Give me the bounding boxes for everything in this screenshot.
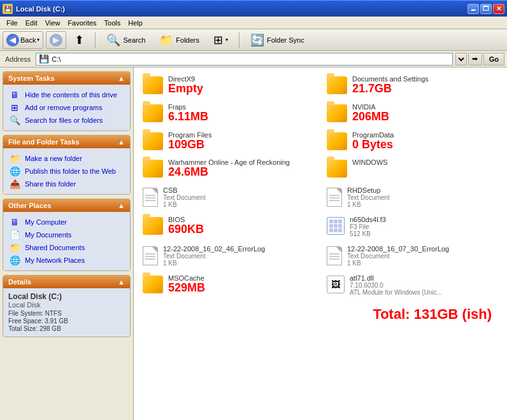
forward-button[interactable]: ▶	[46, 31, 66, 49]
file-item-program-files[interactable]: Program Files 109GB	[139, 129, 318, 154]
panel-item-my-computer[interactable]: 🖥 My Computer	[6, 216, 127, 228]
left-panel: System Tasks ▲ 🖥 Hide the contents of th…	[0, 67, 134, 420]
folder-icon	[327, 76, 347, 94]
file-info: Documents and Settings 21.7GB	[352, 75, 498, 95]
system-tasks-section: System Tasks ▲ 🖥 Hide the contents of th…	[3, 71, 131, 131]
file-info: MSOCache 529MB	[168, 274, 314, 295]
doc-icon	[327, 246, 342, 265]
details-total-size: Total Size: 298 GB	[8, 325, 125, 332]
file-info: 12-22-2008_16_02_46_ErrorLog Text Docume…	[163, 245, 314, 267]
file-item-windows[interactable]: WINDOWS	[323, 156, 502, 181]
file-item-programdata[interactable]: ProgramData 0 Bytes	[323, 129, 502, 154]
search-icon: 🔍	[106, 33, 120, 47]
menu-tools[interactable]: Tools	[101, 18, 125, 28]
add-remove-icon: ⊞	[8, 102, 21, 113]
folder-icon	[143, 217, 163, 235]
back-button[interactable]: ◀ Back ▾	[3, 31, 43, 49]
close-button[interactable]: ✕	[493, 4, 504, 14]
window-title: Local Disk (C:)	[16, 5, 65, 13]
file-item-nvidia[interactable]: NVIDIA 206MB	[323, 101, 502, 126]
folders-button[interactable]: 📁 Folders	[154, 31, 205, 50]
folder-sync-button[interactable]: 🔄 Folder Sync	[245, 31, 310, 50]
doc-icon	[327, 188, 342, 207]
forward-icon: ▶	[50, 34, 62, 46]
file-info: NVIDIA 206MB	[352, 103, 498, 123]
panel-item-new-folder[interactable]: 📁 Make a new folder	[6, 152, 127, 165]
file-item-errorlog2[interactable]: 12-22-2008_16_07_30_ErrorLog Text Docume…	[323, 242, 502, 269]
folder-icon	[143, 276, 163, 293]
shared-documents-label: Shared Documents	[25, 244, 85, 251]
file-item-atl71dll[interactable]: 🖼 atl71.dll 7.10.6030.0 ATL Module for W…	[323, 272, 502, 298]
f3-icon	[327, 217, 345, 235]
system-tasks-header[interactable]: System Tasks ▲	[3, 72, 130, 85]
panel-item-search[interactable]: 🔍 Search for files or folders	[6, 114, 127, 127]
details-filesystem: File System: NTFS	[8, 310, 125, 317]
file-grid: DirectX9 Empty Documents and Settings 21…	[139, 73, 502, 328]
panel-item-my-documents[interactable]: 📄 My Documents	[6, 228, 127, 241]
file-item-csb[interactable]: CSB Text Document 1 KB	[139, 184, 318, 211]
file-item-fraps[interactable]: Fraps 6.11MB	[139, 101, 318, 126]
address-bar: Address 💾 C:\ ▼ ➡ Go	[0, 51, 507, 67]
panel-item-hide-contents[interactable]: 🖥 Hide the contents of this drive	[6, 88, 127, 101]
address-dropdown[interactable]: ▼	[455, 53, 467, 66]
other-places-content: 🖥 My Computer 📄 My Documents 📁 Shared Do…	[3, 212, 130, 270]
folder-icon	[327, 160, 347, 178]
search-files-icon: 🔍	[8, 115, 21, 125]
address-forward-icon: ➡	[468, 53, 482, 66]
menu-bar: File Edit View Favorites Tools Help	[0, 17, 507, 29]
file-item-warhammer[interactable]: Warhammer Online - Age of Reckoning 24.6…	[139, 156, 318, 181]
file-item-msocache[interactable]: MSOCache 529MB	[139, 272, 318, 298]
folder-icon	[143, 160, 163, 178]
address-value[interactable]: C:\	[52, 55, 61, 63]
maximize-button[interactable]: 🗖	[480, 4, 492, 14]
panel-item-shared-documents[interactable]: 📁 Shared Documents	[6, 241, 127, 254]
details-subtitle: Local Disk	[8, 301, 125, 309]
publish-web-icon: 🌐	[8, 166, 21, 176]
system-tasks-content: 🖥 Hide the contents of this drive ⊞ Add …	[3, 85, 130, 130]
file-item-bios[interactable]: BIOS 690KB	[139, 213, 318, 240]
menu-edit[interactable]: Edit	[22, 18, 41, 28]
folders-icon: 📁	[159, 33, 173, 47]
file-info: DirectX9 Empty	[168, 75, 314, 95]
window-controls: 🗕 🗖 ✕	[468, 4, 504, 14]
go-button[interactable]: Go	[483, 53, 504, 66]
toolbar: ◀ Back ▾ ▶ ⬆ 🔍 Search 📁 Folders ⊞ ▾ 🔄 Fo…	[0, 29, 507, 51]
other-places-header[interactable]: Other Places ▲	[3, 199, 130, 212]
file-info: Warhammer Online - Age of Reckoning 24.6…	[168, 158, 314, 179]
details-title: Local Disk (C:)	[8, 292, 125, 301]
details-free-space: Free Space: 3.91 GB	[8, 318, 125, 325]
file-info: WINDOWS	[352, 158, 498, 166]
doc-icon	[143, 246, 158, 265]
details-header[interactable]: Details ▲	[3, 276, 130, 288]
panel-item-publish-web[interactable]: 🌐 Publish this folder to the Web	[6, 165, 127, 178]
details-section: Details ▲ Local Disk (C:) Local Disk Fil…	[3, 275, 131, 337]
menu-view[interactable]: View	[41, 18, 64, 28]
doc-icon	[143, 188, 158, 207]
folder-icon	[143, 132, 163, 150]
share-folder-icon: 📤	[8, 179, 21, 189]
file-folder-tasks-header[interactable]: File and Folder Tasks ▲	[3, 136, 130, 148]
file-item-errorlog1[interactable]: 12-22-2008_16_02_46_ErrorLog Text Docume…	[139, 242, 318, 269]
file-item-f3[interactable]: n650ds4l.f3 F3 File 512 KB	[323, 213, 502, 240]
network-places-icon: 🌐	[8, 255, 21, 265]
view-button[interactable]: ⊞ ▾	[208, 31, 234, 50]
menu-file[interactable]: File	[3, 18, 22, 28]
menu-help[interactable]: Help	[124, 18, 146, 28]
hide-contents-icon: 🖥	[8, 90, 21, 100]
file-info: 12-22-2008_16_07_30_ErrorLog Text Docume…	[347, 245, 498, 267]
file-item-directx9[interactable]: DirectX9 Empty	[139, 73, 318, 98]
other-places-collapse-icon: ▲	[118, 202, 125, 209]
file-info: n650ds4l.f3 F3 File 512 KB	[350, 216, 498, 237]
panel-item-share-folder[interactable]: 📤 Share this folder	[6, 178, 127, 190]
search-button[interactable]: 🔍 Search	[101, 31, 151, 50]
menu-favorites[interactable]: Favorites	[64, 18, 100, 28]
other-places-section: Other Places ▲ 🖥 My Computer 📄 My Docume…	[3, 199, 131, 271]
panel-item-network-places[interactable]: 🌐 My Network Places	[6, 254, 127, 267]
up-button[interactable]: ⬆	[69, 31, 90, 50]
minimize-button[interactable]: 🗕	[468, 4, 479, 14]
file-folder-tasks-content: 📁 Make a new folder 🌐 Publish this folde…	[3, 148, 130, 194]
file-item-docs-settings[interactable]: Documents and Settings 21.7GB	[323, 73, 502, 98]
panel-item-add-remove[interactable]: ⊞ Add or remove programs	[6, 101, 127, 114]
dll-icon: 🖼	[327, 276, 345, 293]
file-item-rhdsetup[interactable]: RHDSetup Text Document 1 KB	[323, 184, 502, 211]
